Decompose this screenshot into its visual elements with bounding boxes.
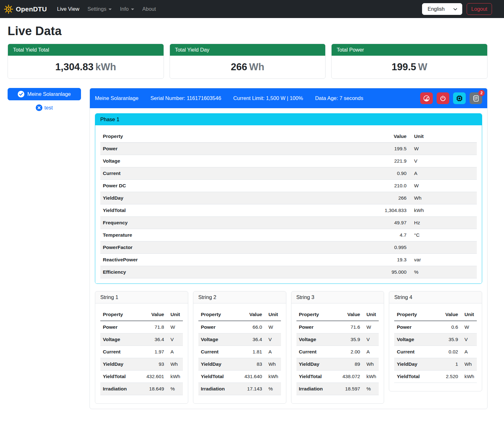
column-header-unit: Unit: [167, 308, 183, 321]
unit-cell: W: [409, 180, 477, 192]
table-row: Current1.97A: [100, 346, 183, 358]
value-cell: 49.97: [345, 217, 409, 229]
value-cell: 95.000: [345, 266, 409, 278]
table-row: Voltage221.9V: [100, 155, 477, 167]
unit-cell: kWh: [461, 371, 477, 383]
property-cell: Current: [100, 167, 345, 180]
inverter-sidebar: Meine Solaranlage test: [8, 88, 81, 111]
column-header-unit: Unit: [409, 130, 477, 143]
table-header-row: Property Value Unit: [198, 308, 281, 321]
property-cell: Power: [394, 321, 435, 333]
limit-settings-button[interactable]: [420, 92, 433, 104]
card-total-yield-total: Total Yield Total 1,304.83kWh: [8, 44, 164, 79]
inverter-selected-button[interactable]: Meine Solaranlage: [8, 88, 81, 100]
unit-cell: V: [167, 333, 183, 346]
table-row: YieldDay1Wh: [394, 358, 477, 371]
brand-name: OpenDTU: [16, 5, 47, 13]
column-header-unit: Unit: [363, 308, 379, 321]
string-card-1: String 1 Property Value Unit: [95, 291, 188, 404]
table-row: YieldTotal438.072kWh: [296, 371, 379, 383]
table-row: Irradiation17.143%: [198, 383, 281, 395]
inverter-card: Meine Solaranlage Serial Number: 1161716…: [90, 88, 488, 409]
unit-cell: %: [264, 383, 281, 395]
unit-cell: °C: [409, 229, 477, 241]
inverter-actions: 2: [420, 92, 482, 104]
event-count-badge: 2: [478, 90, 485, 96]
table-row: YieldDay83Wh: [198, 358, 281, 371]
table-row: Irradiation18.649%: [100, 383, 183, 395]
column-header-value: Value: [337, 308, 363, 321]
value-cell: 4.7: [345, 229, 409, 241]
string-title: String 2: [193, 291, 286, 303]
unit-cell: V: [264, 333, 281, 346]
table-row: YieldDay93Wh: [100, 358, 183, 371]
value-cell: 18.649: [141, 383, 167, 395]
table-row: YieldDay89Wh: [296, 358, 379, 371]
chevron-down-icon: [109, 9, 112, 10]
property-cell: Power: [296, 321, 337, 333]
table-row: Current0.02A: [394, 346, 477, 358]
check-circle-icon: [18, 91, 24, 97]
card-unit: kWh: [95, 61, 116, 72]
unit-cell: W: [409, 143, 477, 155]
unit-cell: Wh: [167, 358, 183, 371]
card-title: Total Power: [332, 44, 487, 56]
table-row: Current0.90A: [100, 167, 477, 180]
card-total-power: Total Power 199.5W: [331, 44, 488, 79]
table-row: YieldDay266Wh: [100, 192, 477, 204]
string-title: String 1: [95, 291, 188, 303]
column-header-property: Property: [394, 308, 435, 321]
table-row: Voltage35.9V: [296, 333, 379, 346]
x-circle-icon: [36, 104, 42, 111]
value-cell: 1.97: [141, 346, 167, 358]
property-cell: YieldDay: [296, 358, 337, 371]
device-info-button[interactable]: [453, 92, 466, 104]
summary-cards-row: Total Yield Total 1,304.83kWh Total Yiel…: [8, 44, 488, 79]
property-cell: PowerFactor: [100, 241, 345, 254]
table-header-row: Property Value Unit: [100, 130, 477, 143]
column-header-property: Property: [100, 130, 345, 143]
unit-cell: A: [167, 346, 183, 358]
brand[interactable]: OpenDTU: [4, 4, 47, 14]
table-row: Current2.00A: [296, 346, 379, 358]
inverter-alt-label: test: [44, 105, 53, 111]
unit-cell: A: [409, 167, 477, 180]
logout-button[interactable]: Logout: [467, 3, 492, 15]
nav-item-info[interactable]: Info: [117, 3, 137, 15]
nav-item-settings[interactable]: Settings: [84, 3, 115, 15]
card-value: 1,304.83: [55, 61, 94, 72]
property-cell: Current: [394, 346, 435, 358]
value-cell: 0.6: [435, 321, 461, 333]
table-row: Power71.6W: [296, 321, 379, 333]
inverter-alt-link[interactable]: test: [36, 104, 53, 111]
property-cell: Current: [100, 346, 141, 358]
value-cell: 2.520: [435, 371, 461, 383]
inverter-selected-label: Meine Solaranlage: [27, 91, 71, 97]
column-header-unit: Unit: [461, 308, 477, 321]
nav-item-live-view[interactable]: Live View: [54, 3, 82, 15]
table-row: Current1.81A: [198, 346, 281, 358]
value-cell: 221.9: [345, 155, 409, 167]
phase-panel: Phase 1 Property Value Unit Power199.5WV…: [95, 113, 482, 284]
table-row: Voltage36.4V: [100, 333, 183, 346]
nav-links: Live View Settings Info About: [54, 3, 422, 15]
inverter-data-age: Data Age: 7 seconds: [315, 95, 363, 101]
unit-cell: kWh: [264, 371, 281, 383]
power-toggle-button[interactable]: [437, 92, 449, 104]
property-cell: Irradiation: [296, 383, 337, 395]
property-cell: YieldDay: [100, 192, 345, 204]
unit-cell: var: [409, 254, 477, 266]
event-log-button[interactable]: 2: [470, 92, 482, 104]
property-cell: YieldDay: [394, 358, 435, 371]
property-cell: YieldTotal: [100, 204, 345, 217]
cpu-icon: [456, 95, 463, 102]
string-card-4: String 4 Property Value Unit: [389, 291, 482, 391]
language-select[interactable]: English: [422, 3, 462, 15]
property-cell: Irradiation: [100, 383, 141, 395]
property-cell: YieldTotal: [198, 371, 239, 383]
table-row: Frequency49.97Hz: [100, 217, 477, 229]
nav-item-about[interactable]: About: [139, 3, 159, 15]
unit-cell: W: [264, 321, 281, 333]
inverter-card-header: Meine Solaranlage Serial Number: 1161716…: [90, 88, 487, 108]
unit-cell: Wh: [363, 358, 379, 371]
